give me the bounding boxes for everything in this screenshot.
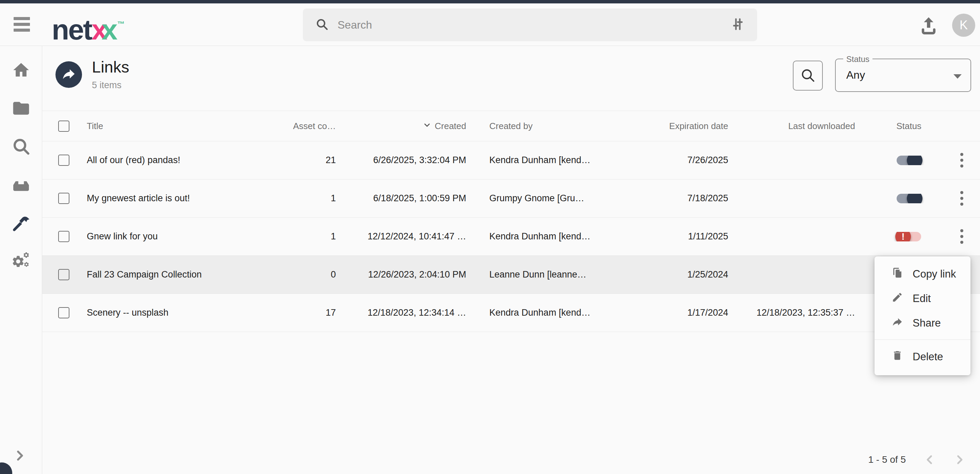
column-header-last-downloaded[interactable]: Last downloaded	[728, 121, 855, 131]
pencil-icon	[891, 292, 903, 306]
column-header-created[interactable]: Created	[336, 121, 466, 132]
gears-icon	[11, 251, 31, 272]
table-row[interactable]: All of our (red) pandas! 21 6/26/2025, 3…	[42, 141, 980, 179]
pagination-range: 1 - 5 of 5	[868, 454, 906, 465]
table-search-button[interactable]	[793, 61, 823, 91]
hamburger-bar	[14, 23, 30, 26]
table-bottom-border	[42, 332, 980, 332]
hamburger-bar	[14, 29, 30, 32]
asset-count: 21	[240, 155, 336, 166]
folder-icon	[11, 99, 30, 119]
created-by: Kendra Dunham [kend…	[466, 231, 646, 242]
menu-item-label: Share	[913, 317, 941, 329]
topbar: netxx™ K	[0, 3, 980, 46]
status-toggle-expired[interactable]: !	[897, 232, 921, 241]
asset-count: 0	[240, 269, 336, 280]
netx-logo: netxx™	[52, 6, 124, 48]
column-header-created-by[interactable]: Created by	[466, 121, 646, 131]
status-filter-select[interactable]: Status Any	[835, 59, 971, 92]
sidebar-item-admin[interactable]	[11, 252, 31, 271]
table-row[interactable]: Scenery -- unsplash 17 12/18/2023, 12:34…	[42, 294, 980, 332]
status-toggle-on[interactable]	[897, 194, 921, 203]
status-toggle-on[interactable]	[897, 156, 921, 165]
column-header-expiration[interactable]: Expiration date	[646, 121, 728, 131]
column-header-status[interactable]: Status	[855, 121, 943, 131]
sidebar-item-search[interactable]	[11, 137, 31, 157]
expiration-date: 1/25/2024	[646, 269, 728, 280]
toggle-thumb	[907, 156, 923, 165]
upload-button[interactable]	[917, 14, 940, 37]
link-title: Scenery -- unsplash	[87, 308, 240, 318]
created-date: 6/26/2025, 3:32:04 PM	[336, 155, 466, 166]
search-icon	[315, 18, 329, 32]
row-checkbox[interactable]	[58, 155, 69, 166]
expiration-date: 1/17/2024	[646, 308, 728, 318]
sidebar-item-home[interactable]	[11, 61, 31, 81]
asset-count: 1	[240, 193, 336, 204]
home-icon	[11, 61, 30, 81]
created-by: Leanne Dunn [leanne…	[466, 269, 646, 280]
row-checkbox[interactable]	[58, 193, 69, 204]
page-header: Links 5 items Status Any	[42, 46, 980, 111]
item-count: 5 items	[92, 80, 129, 91]
asset-count: 17	[240, 308, 336, 318]
sidebar-item-inbox[interactable]	[11, 176, 31, 195]
expiration-date: 1/11/2025	[646, 231, 728, 242]
user-avatar[interactable]: K	[952, 14, 975, 37]
toggle-thumb	[907, 194, 923, 203]
expiration-date: 7/26/2025	[646, 155, 728, 166]
asset-count: 1	[240, 231, 336, 242]
menu-item-edit[interactable]: Edit	[875, 286, 970, 311]
row-kebab-menu-icon[interactable]	[958, 151, 966, 169]
hammer-icon	[11, 213, 31, 234]
link-title: My gnewest article is out!	[87, 193, 240, 204]
row-checkbox[interactable]	[58, 269, 69, 280]
chevron-right-icon	[13, 458, 27, 463]
table-row[interactable]: Fall 23 Campaign Collection 0 12/26/2023…	[42, 255, 980, 294]
logo-trademark: ™	[117, 20, 124, 28]
menu-item-label: Copy link	[913, 268, 956, 280]
search-input[interactable]	[337, 19, 730, 31]
links-page-icon	[56, 61, 82, 88]
corner-fab-partial	[0, 463, 12, 474]
row-kebab-menu-icon[interactable]	[958, 227, 966, 246]
menu-item-label: Edit	[913, 292, 931, 305]
sort-desc-chevron-icon	[423, 121, 431, 132]
pagination-prev-button[interactable]	[924, 453, 936, 466]
links-table: Title Asset co… Created Created by Expir…	[42, 111, 980, 332]
table-row[interactable]: Gnew link for you 1 12/12/2024, 10:41:47…	[42, 217, 980, 255]
menu-item-copy-link[interactable]: Copy link	[875, 262, 970, 286]
copy-icon	[891, 267, 903, 281]
hamburger-menu-icon[interactable]	[14, 16, 30, 32]
sidebar-item-tools[interactable]	[11, 214, 31, 233]
menu-item-label: Delete	[913, 351, 943, 363]
pagination-next-button[interactable]	[953, 453, 966, 466]
page-title: Links	[92, 57, 129, 77]
row-kebab-menu-icon[interactable]	[958, 189, 966, 208]
link-title: Fall 23 Campaign Collection	[87, 269, 240, 280]
table-row[interactable]: My gnewest article is out! 1 6/18/2025, …	[42, 179, 980, 217]
row-checkbox[interactable]	[58, 231, 69, 242]
pagination: 1 - 5 of 5	[868, 453, 966, 466]
hamburger-bar	[14, 17, 30, 20]
select-all-checkbox[interactable]	[58, 121, 69, 132]
status-filter-value: Any	[846, 69, 865, 81]
created-date: 12/12/2024, 10:41:47 …	[336, 231, 466, 242]
menu-item-delete[interactable]: Delete	[875, 345, 970, 369]
global-search-bar[interactable]	[303, 8, 757, 41]
menu-divider	[875, 340, 970, 340]
sidebar-item-folders[interactable]	[11, 99, 31, 119]
search-filters-icon[interactable]	[730, 17, 745, 33]
created-date: 6/18/2025, 1:00:59 PM	[336, 193, 466, 204]
column-header-asset-count[interactable]: Asset co…	[240, 121, 336, 131]
sidebar-expand-button[interactable]	[13, 449, 27, 464]
share-icon	[891, 316, 903, 330]
column-header-title[interactable]: Title	[87, 121, 240, 131]
menu-item-share[interactable]: Share	[875, 311, 970, 335]
created-date: 12/18/2023, 12:34:14 …	[336, 308, 466, 318]
row-checkbox[interactable]	[58, 307, 69, 318]
logo-net: net	[52, 14, 92, 46]
share-arrow-icon	[61, 66, 76, 83]
table-header-row: Title Asset co… Created Created by Expir…	[42, 111, 980, 141]
status-filter-label: Status	[843, 54, 872, 64]
